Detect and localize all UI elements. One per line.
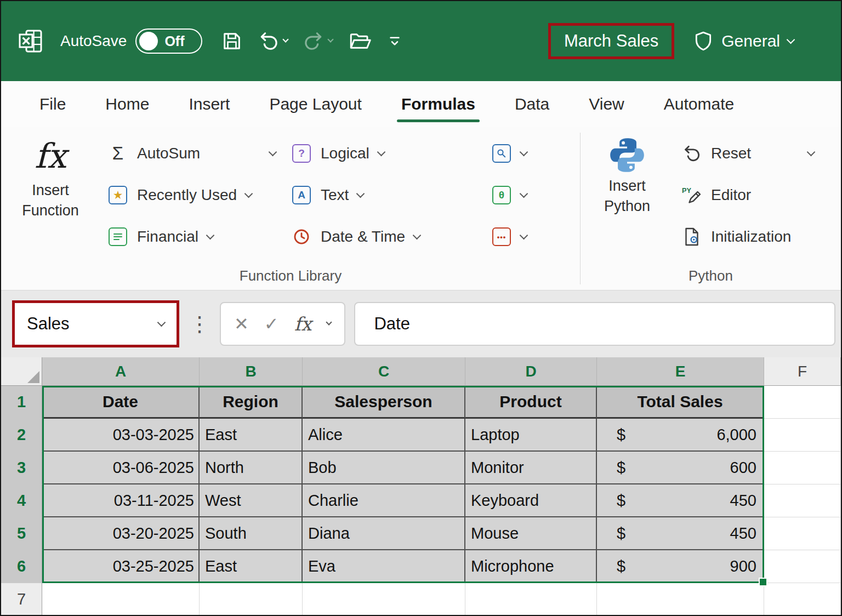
- cell-C2[interactable]: Alice: [303, 419, 465, 452]
- column-header-F[interactable]: F: [764, 357, 841, 386]
- python-logo-icon: [607, 135, 647, 175]
- formula-bar-grip[interactable]: ⋮: [188, 313, 211, 334]
- quick-access-overflow-button[interactable]: [386, 33, 403, 49]
- column-header-E[interactable]: E: [597, 357, 764, 386]
- cell-A3[interactable]: 03-06-2025: [42, 452, 200, 484]
- tab-file[interactable]: File: [20, 81, 86, 127]
- cell-E3[interactable]: $600: [597, 452, 764, 484]
- cell-F6[interactable]: [764, 550, 841, 583]
- column-header-D[interactable]: D: [465, 357, 597, 386]
- undo-button[interactable]: [258, 31, 288, 52]
- menu-date-time[interactable]: Date & Time: [283, 216, 483, 258]
- tab-data[interactable]: Data: [495, 81, 569, 127]
- row-header-5[interactable]: 5: [1, 517, 42, 550]
- cell-F4[interactable]: [764, 484, 841, 517]
- cell-E4[interactable]: $450: [597, 484, 764, 517]
- cell-F2[interactable]: [764, 419, 841, 452]
- cell-B2[interactable]: East: [200, 419, 303, 452]
- name-box-chevron-icon[interactable]: [157, 318, 166, 327]
- row-header-7[interactable]: 7: [1, 583, 42, 615]
- cell-B6[interactable]: East: [200, 550, 303, 583]
- row-header-6[interactable]: 6: [1, 550, 42, 583]
- row-header-4[interactable]: 4: [1, 484, 42, 517]
- cell-B1[interactable]: Region: [200, 386, 303, 419]
- tab-view[interactable]: View: [569, 81, 644, 127]
- autosave-toggle[interactable]: Off: [135, 28, 202, 54]
- cell-C6[interactable]: Eva: [303, 550, 465, 583]
- cell-B3[interactable]: North: [200, 452, 303, 484]
- menu-logical[interactable]: ? Logical: [283, 133, 483, 174]
- row-header-1[interactable]: 1: [1, 386, 42, 419]
- function-library-group-label: Function Library: [1, 267, 580, 290]
- cell-F3[interactable]: [764, 452, 841, 484]
- tab-home[interactable]: Home: [86, 81, 169, 127]
- menu-more-functions[interactable]: •••: [483, 216, 560, 258]
- cancel-button[interactable]: ✕: [234, 313, 249, 334]
- menu-text[interactable]: A Text: [283, 174, 483, 216]
- cell-E5[interactable]: $450: [597, 517, 764, 550]
- cell-E1[interactable]: Total Sales: [597, 386, 764, 419]
- cell-D6[interactable]: Microphone: [465, 550, 597, 583]
- cell-F7[interactable]: [764, 583, 841, 615]
- menu-editor[interactable]: PY Editor: [674, 174, 822, 216]
- cell-A1[interactable]: Date: [42, 386, 200, 419]
- cell-D2[interactable]: Laptop: [465, 419, 597, 452]
- cell-C1[interactable]: Salesperson: [303, 386, 465, 419]
- column-header-C[interactable]: C: [303, 357, 465, 386]
- cell-E7[interactable]: [597, 583, 764, 615]
- cell-D1[interactable]: Product: [465, 386, 597, 419]
- menu-reset[interactable]: Reset: [674, 133, 822, 174]
- cell-F1[interactable]: [764, 386, 841, 419]
- cell-E6[interactable]: $900: [597, 550, 764, 583]
- sensitivity-label-button[interactable]: General: [693, 31, 794, 52]
- tab-insert[interactable]: Insert: [169, 81, 249, 127]
- cell-D3[interactable]: Monitor: [465, 452, 597, 484]
- name-box[interactable]: Sales: [12, 300, 179, 347]
- row-header-2[interactable]: 2: [1, 419, 42, 452]
- cell-D5[interactable]: Mouse: [465, 517, 597, 550]
- cell-C7[interactable]: [303, 583, 465, 615]
- row-header-3[interactable]: 3: [1, 452, 42, 484]
- tab-page-layout[interactable]: Page Layout: [249, 81, 381, 127]
- open-file-button[interactable]: [348, 30, 371, 53]
- workbook-title-highlight[interactable]: March Sales: [548, 23, 674, 59]
- cell-D7[interactable]: [465, 583, 597, 615]
- cell-F5[interactable]: [764, 517, 841, 550]
- tab-automate[interactable]: Automate: [644, 81, 754, 127]
- cell-B4[interactable]: West: [200, 484, 303, 517]
- cell-A5[interactable]: 03-20-2025: [42, 517, 200, 550]
- cell-A2[interactable]: 03-03-2025: [42, 419, 200, 452]
- menu-autosum[interactable]: Σ AutoSum: [100, 133, 283, 174]
- insert-python-button[interactable]: Insert Python: [581, 127, 674, 216]
- financial-label: Financial: [137, 228, 198, 246]
- cell-C3[interactable]: Bob: [303, 452, 465, 484]
- cell-A7[interactable]: [42, 583, 200, 615]
- tab-formulas[interactable]: Formulas: [382, 81, 495, 127]
- column-header-A[interactable]: A: [42, 357, 200, 386]
- cell-D4[interactable]: Keyboard: [465, 484, 597, 517]
- formula-bar-input[interactable]: Date: [354, 302, 835, 346]
- menu-financial[interactable]: Financial: [100, 216, 283, 258]
- redo-button[interactable]: [303, 31, 333, 52]
- autosave-control[interactable]: AutoSave Off: [60, 28, 202, 54]
- insert-function-fx-button[interactable]: fx: [294, 313, 312, 335]
- menu-math-trig[interactable]: θ: [483, 174, 560, 216]
- cell-A6[interactable]: 03-25-2025: [42, 550, 200, 583]
- save-button[interactable]: [221, 30, 243, 52]
- fill-handle[interactable]: [759, 578, 767, 586]
- cell-B7[interactable]: [200, 583, 303, 615]
- cell-B5[interactable]: South: [200, 517, 303, 550]
- select-all-button[interactable]: [1, 357, 42, 386]
- menu-lookup-reference[interactable]: [483, 133, 560, 174]
- insert-function-button[interactable]: fx Insert Function: [1, 127, 100, 220]
- menu-initialization[interactable]: Initialization: [674, 216, 822, 258]
- cell-C5[interactable]: Diana: [303, 517, 465, 550]
- formula-bar-chevron-icon[interactable]: [326, 319, 332, 325]
- enter-button[interactable]: ✓: [264, 313, 279, 334]
- menu-recently-used[interactable]: ★ Recently Used: [100, 174, 283, 216]
- cell-E2[interactable]: $6,000: [597, 419, 764, 452]
- column-header-B[interactable]: B: [200, 357, 303, 386]
- cell-C4[interactable]: Charlie: [303, 484, 465, 517]
- cell-A4[interactable]: 03-11-2025: [42, 484, 200, 517]
- excel-logo-icon[interactable]: [18, 28, 44, 54]
